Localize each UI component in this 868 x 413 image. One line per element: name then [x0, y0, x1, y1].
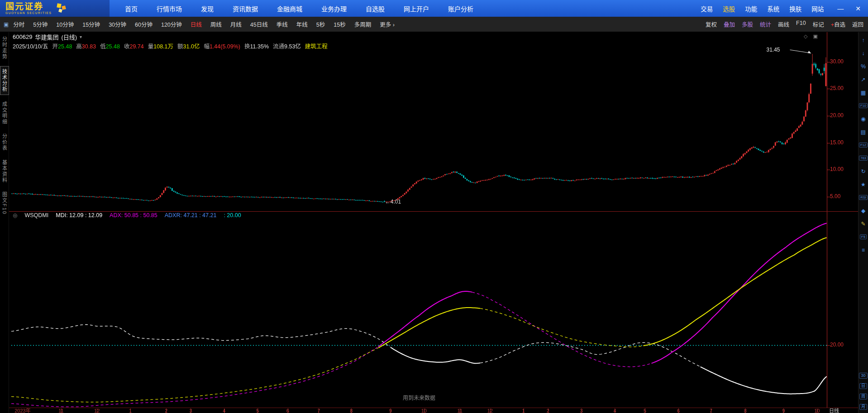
quote-field-11[interactable]: 建筑工程 — [305, 42, 328, 50]
toolbar-button-5[interactable]: 画线 — [778, 20, 789, 28]
percent-icon[interactable]: % — [858, 60, 868, 73]
star-icon[interactable]: ★ — [858, 178, 868, 191]
period-item-5[interactable]: 30分钟 — [109, 20, 126, 28]
toolbar-button-4[interactable]: 统计 — [760, 20, 771, 28]
nav-item-7[interactable]: 自选股 — [366, 4, 385, 13]
nav-item-1[interactable]: 首页 — [125, 4, 138, 13]
indicator-header: ◎ WSQDMIMDI: 12.09 : 12.09ADX: 50.85 : 5… — [13, 212, 241, 218]
sidebar-tab-5[interactable]: 基本资料 — [0, 157, 9, 185]
minimize-button[interactable]: — — [837, 5, 844, 12]
grid-view-icon[interactable]: ▦ — [858, 86, 868, 99]
nav-item-2[interactable]: 行情市场 — [157, 4, 182, 13]
period-item-16[interactable]: 多周期 — [354, 20, 372, 28]
peak-price-annotation: 31.45 — [766, 47, 780, 53]
period-item-2[interactable]: 5分钟 — [33, 20, 48, 28]
top-right-item-1[interactable]: 交易 — [701, 4, 713, 13]
period-item-15[interactable]: 15秒 — [334, 20, 345, 28]
period-item-1[interactable]: 分时 — [13, 20, 24, 28]
day-icon[interactable]: 日 — [858, 381, 868, 391]
x-axis-month-label: 10 — [421, 408, 427, 413]
top-right-item-2[interactable]: 选股 — [723, 4, 735, 13]
refresh-icon[interactable]: ↻ — [858, 165, 868, 178]
chevron-down-icon[interactable]: ▾ — [80, 34, 82, 39]
quote-field-5: 收29.74 — [124, 42, 144, 50]
code-763-icon[interactable]: 763 — [858, 152, 868, 165]
toolbar-button-8[interactable]: +自选 — [831, 20, 845, 28]
period-item-17[interactable]: 更多 › — [380, 20, 395, 28]
sidebar-tab-2[interactable]: 技术分析 — [0, 66, 9, 95]
sidebar-tab-4[interactable]: 分价表 — [0, 131, 9, 153]
sidebar-tab-6[interactable]: 图文F10 — [0, 190, 9, 217]
toolbar-button-6[interactable]: F10 — [796, 20, 806, 28]
period-right-items: 复权叠加多股统计画线F10标记+自选返回 — [706, 20, 868, 28]
x-axis-month-label: 1 — [522, 408, 525, 413]
x-axis-month-label: 11 — [58, 408, 63, 413]
close-button[interactable]: ✕ — [855, 5, 861, 12]
f12-icon-glyph: F12 — [859, 142, 868, 148]
period-item-11[interactable]: 45日线 — [250, 20, 268, 28]
list-view-icon[interactable]: ▤ — [858, 125, 868, 138]
top-right-item-6[interactable]: 网站 — [811, 4, 824, 13]
indicator-header-item-4: ADXR: 47.21 : 47.21 — [165, 212, 217, 218]
f5-icon[interactable]: F5 — [858, 230, 868, 243]
quote-field-value: 建筑工程 — [305, 43, 328, 50]
info-circle-icon[interactable]: ◉ — [858, 112, 868, 125]
diamond-marker-icon[interactable]: ◇ — [804, 33, 807, 39]
nav-item-6[interactable]: 业务办理 — [321, 4, 347, 13]
period-item-7[interactable]: 120分钟 — [161, 20, 182, 28]
nav-item-4[interactable]: 资讯数据 — [233, 4, 258, 13]
period-item-6[interactable]: 60分钟 — [135, 20, 153, 28]
nav-item-9[interactable]: 账户分析 — [448, 4, 473, 13]
toolbar-button-9[interactable]: 返回 — [852, 20, 863, 28]
code-763-icon-glyph: 763 — [859, 156, 868, 161]
period-item-14[interactable]: 5秒 — [316, 20, 325, 28]
layout-icon[interactable]: ▣ — [4, 21, 9, 28]
period-item-13[interactable]: 年线 — [296, 20, 308, 28]
period-item-9[interactable]: 周线 — [210, 20, 222, 28]
toolbar-button-7[interactable]: 标记 — [813, 20, 824, 28]
nav-item-3[interactable]: 发现 — [201, 4, 214, 13]
stock-name: 华建集团 — [35, 33, 58, 41]
toolbar-button-2[interactable]: 叠加 — [724, 20, 735, 28]
toolbar-button-3[interactable]: 多股 — [742, 20, 753, 28]
quote-field-label: 幅 — [204, 43, 210, 50]
sidebar-tab-1[interactable]: 分时走势 — [0, 34, 9, 62]
x-axis-month-label: 7 — [317, 408, 320, 413]
indicator-header-item-5: : 20.00 — [224, 212, 241, 218]
f10-icon[interactable]: F10 — [858, 99, 868, 112]
nav-item-5[interactable]: 金融商城 — [277, 4, 302, 13]
f12-icon[interactable]: F12 — [858, 138, 868, 152]
top-right-item-4[interactable]: 系统 — [767, 4, 779, 13]
layers-icon[interactable]: ≡ — [858, 243, 868, 256]
scroll-up-icon-glyph: ↑ — [862, 37, 865, 43]
pencil-icon[interactable]: ✎ — [858, 217, 868, 230]
chart-canvas[interactable] — [9, 32, 858, 413]
month-icon-glyph: 月 — [859, 404, 867, 410]
period-item-10[interactable]: 月线 — [230, 20, 242, 28]
scroll-up-icon[interactable]: ↑ — [858, 33, 868, 47]
popout-window-icon[interactable]: ▣ — [813, 33, 817, 39]
quote-field-label: 流通 — [273, 43, 284, 50]
diamond-icon-glyph: ◆ — [861, 208, 865, 214]
month-icon[interactable]: 月 — [858, 402, 868, 412]
top-right-item-3[interactable]: 功能 — [745, 4, 757, 13]
period-30-icon[interactable]: 30 — [858, 370, 868, 381]
week-icon[interactable]: 周 — [858, 391, 868, 402]
x-axis-month-label: 8 — [350, 408, 353, 413]
period-item-4[interactable]: 15分钟 — [82, 20, 100, 28]
sidebar-tab-3[interactable]: 成交明细 — [0, 99, 9, 127]
rsi-icon[interactable]: RSI — [858, 191, 868, 204]
trend-up-icon[interactable]: ↗ — [858, 73, 868, 86]
nav-item-8[interactable]: 网上开户 — [404, 4, 429, 13]
diamond-icon[interactable]: ◆ — [858, 204, 868, 217]
period-item-12[interactable]: 季线 — [277, 20, 288, 28]
quote-field-1: 2025/10/10/五 — [13, 42, 48, 50]
price-axis-label-10.00: 10.00 — [830, 166, 844, 172]
indicator-collapse-icon[interactable]: ◎ — [13, 212, 17, 218]
period-item-3[interactable]: 10分钟 — [56, 20, 74, 28]
brand-logo-text: 国元证券 — [5, 2, 52, 11]
period-item-8[interactable]: 日线 — [191, 20, 202, 28]
scroll-down-icon[interactable]: ↓ — [858, 47, 868, 60]
toolbar-button-1[interactable]: 复权 — [706, 20, 717, 28]
top-right-item-5[interactable]: 换肤 — [789, 4, 801, 13]
